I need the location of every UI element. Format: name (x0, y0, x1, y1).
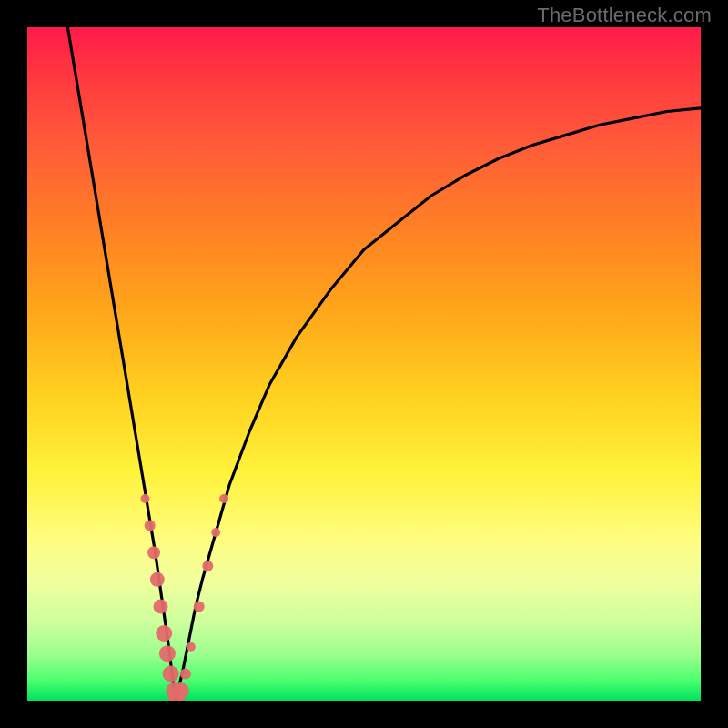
plot-area (27, 27, 701, 701)
heat-gradient-background (27, 27, 701, 701)
attribution-label: TheBottleneck.com (537, 4, 712, 27)
chart-frame: TheBottleneck.com (0, 0, 728, 728)
